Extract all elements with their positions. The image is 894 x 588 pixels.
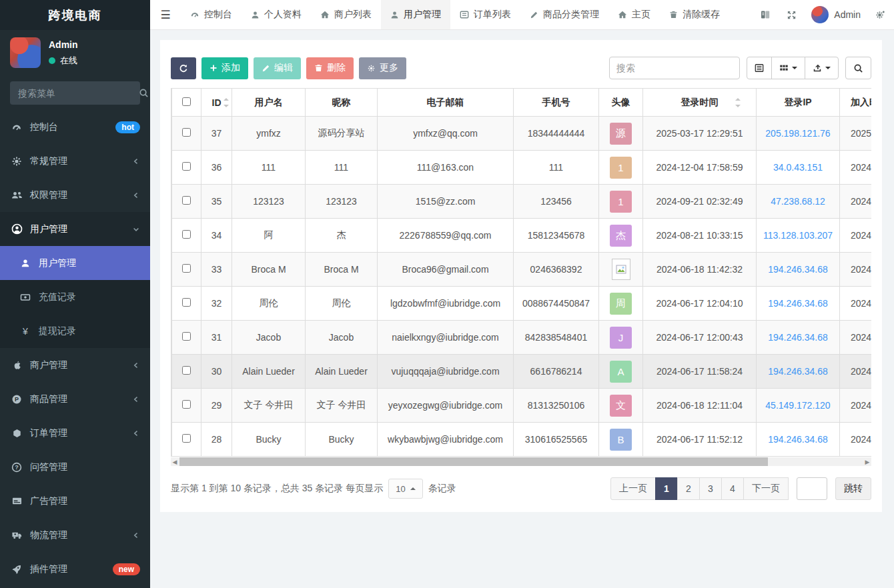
per-page-dropdown[interactable]: 10 [388, 479, 422, 499]
row-checkbox[interactable] [182, 400, 191, 409]
scrollbar-thumb[interactable] [179, 457, 768, 466]
row-checkbox[interactable] [182, 366, 191, 375]
cell-join-time: 2024-06 [840, 253, 872, 287]
tab-user-management[interactable]: 用户管理 [381, 0, 450, 29]
sidebar-item-merchant[interactable]: 商户管理 [0, 348, 150, 382]
cell-avatar: B [599, 423, 643, 457]
scroll-left-arrow[interactable]: ◀ [171, 457, 179, 466]
login-ip-link[interactable]: 194.246.34.68 [757, 423, 840, 457]
cell-id: 30 [201, 355, 232, 389]
delete-button[interactable]: 删除 [306, 57, 354, 79]
sidebar-item-general[interactable]: 常规管理 [0, 144, 150, 178]
columns-button[interactable] [771, 57, 805, 79]
cell-email: Broca96@gmail.com [378, 253, 514, 287]
settings-button[interactable] [867, 0, 894, 29]
sidebar-subitem-recharge-records[interactable]: 充值记录 [0, 280, 150, 314]
sidebar-item-product[interactable]: P 商品管理 [0, 382, 150, 416]
page-button[interactable]: 下一页 [743, 477, 789, 500]
row-checkbox-cell [172, 219, 201, 253]
cell-login-time: 2024-06-17 11:58:24 [643, 355, 757, 389]
login-ip-link[interactable]: 45.149.172.120 [757, 389, 840, 423]
sidebar-search-input[interactable] [18, 88, 139, 99]
avatar: B [610, 429, 632, 451]
sidebar-item-user-management[interactable]: 用户管理 [0, 212, 150, 246]
header-id[interactable]: ID [201, 89, 232, 117]
sidebar-item-order[interactable]: 订单管理 [0, 416, 150, 450]
cell-nickname: Bucky [306, 423, 378, 457]
sidebar-item-qa[interactable]: ? 问答管理 [0, 450, 150, 484]
row-checkbox[interactable] [182, 264, 191, 273]
sidebar-toggle-button[interactable]: ☰ [150, 0, 181, 29]
cell-id: 37 [201, 117, 232, 151]
row-checkbox[interactable] [182, 230, 191, 239]
login-ip-link[interactable]: 34.0.43.151 [757, 151, 840, 185]
sidebar-search[interactable] [10, 81, 140, 105]
cell-id: 29 [201, 389, 232, 423]
caret-up-icon [410, 487, 416, 490]
jump-page-input[interactable] [797, 477, 827, 500]
page-button[interactable]: 3 [699, 477, 722, 500]
cell-nickname: 源码分享站 [306, 117, 378, 151]
page-button[interactable]: 4 [721, 477, 744, 500]
tab-category-management[interactable]: 商品分类管理 [520, 0, 608, 29]
tab-merchant-list[interactable]: 商户列表 [311, 0, 381, 29]
page-button[interactable]: 上一页 [610, 477, 656, 500]
table-view-buttons [747, 57, 839, 79]
navbar-right: Admin [752, 0, 894, 29]
row-checkbox[interactable] [182, 128, 191, 137]
refresh-button[interactable] [171, 57, 196, 79]
login-ip-link[interactable]: 194.246.34.68 [757, 355, 840, 389]
admin-dropdown[interactable]: Admin [805, 0, 867, 29]
login-ip-link[interactable]: 194.246.34.68 [757, 321, 840, 355]
sidebar-item-dashboard[interactable]: 控制台 hot [0, 110, 150, 144]
jump-button[interactable]: 跳转 [835, 477, 871, 500]
table-search-input[interactable] [609, 57, 740, 79]
tab-order-list[interactable]: 订单列表 [450, 0, 520, 29]
row-checkbox[interactable] [182, 196, 191, 205]
page-button[interactable]: 2 [677, 477, 700, 500]
tab-profile[interactable]: 个人资料 [242, 0, 311, 29]
cell-join-time: 2024-12 [840, 151, 872, 185]
table-header-row: ID 用户名 昵称 电子邮箱 手机号 头像 登录时间 登录IP 加入时间 [172, 89, 872, 117]
login-ip-link[interactable]: 47.238.68.12 [757, 185, 840, 219]
tab-clear-cache[interactable]: 清除缓存 [660, 0, 729, 29]
sidebar-submenu-user: 用户管理 充值记录 ¥ 提现记录 [0, 246, 150, 348]
edit-button[interactable]: 编辑 [254, 57, 301, 79]
sidebar-subitem-withdraw-records[interactable]: ¥ 提现记录 [0, 314, 150, 348]
login-ip-link[interactable]: 194.246.34.68 [757, 253, 840, 287]
login-ip-link[interactable]: 205.198.121.76 [757, 117, 840, 151]
sidebar-item-ads[interactable]: 广告管理 [0, 484, 150, 518]
row-checkbox[interactable] [182, 162, 191, 171]
cell-phone: 18344444444 [514, 117, 599, 151]
language-switch-button[interactable] [752, 0, 779, 29]
select-all-checkbox[interactable] [182, 97, 191, 106]
row-checkbox[interactable] [182, 434, 191, 443]
header-login-time[interactable]: 登录时间 [643, 89, 757, 117]
scroll-right-arrow[interactable]: ▶ [863, 457, 871, 466]
row-checkbox[interactable] [182, 332, 191, 341]
login-ip-link[interactable]: 194.246.34.68 [757, 287, 840, 321]
more-button[interactable]: 更多 [359, 57, 406, 79]
search-submit-button[interactable] [845, 57, 871, 79]
row-checkbox[interactable] [182, 298, 191, 307]
sidebar-item-permission[interactable]: 权限管理 [0, 178, 150, 212]
gauge-icon [190, 10, 199, 19]
tab-dashboard[interactable]: 控制台 [181, 0, 242, 29]
login-ip-link[interactable]: 113.128.103.207 [757, 219, 840, 253]
sidebar-subitem-user-management[interactable]: 用户管理 [0, 246, 150, 280]
sidebar-item-logistics[interactable]: 物流管理 [0, 518, 150, 552]
fullscreen-button[interactable] [779, 0, 805, 29]
export-button[interactable] [805, 57, 839, 79]
add-button[interactable]: 添加 [201, 57, 248, 79]
row-checkbox-cell [172, 321, 201, 355]
gauge-icon [10, 122, 23, 133]
cell-nickname: Broca M [306, 253, 378, 287]
page-button[interactable]: 1 [655, 477, 678, 500]
sidebar-item-plugins[interactable]: 插件管理 new [0, 552, 150, 586]
cell-join-time: 2024-06 [840, 423, 872, 457]
table-row: 30 Alain Lueder Alain Lueder vujuqqqaja@… [172, 355, 872, 389]
cell-nickname: 123123 [306, 185, 378, 219]
detail-view-button[interactable] [747, 57, 772, 79]
tab-home[interactable]: 主页 [608, 0, 660, 29]
pencil-icon [530, 11, 538, 19]
